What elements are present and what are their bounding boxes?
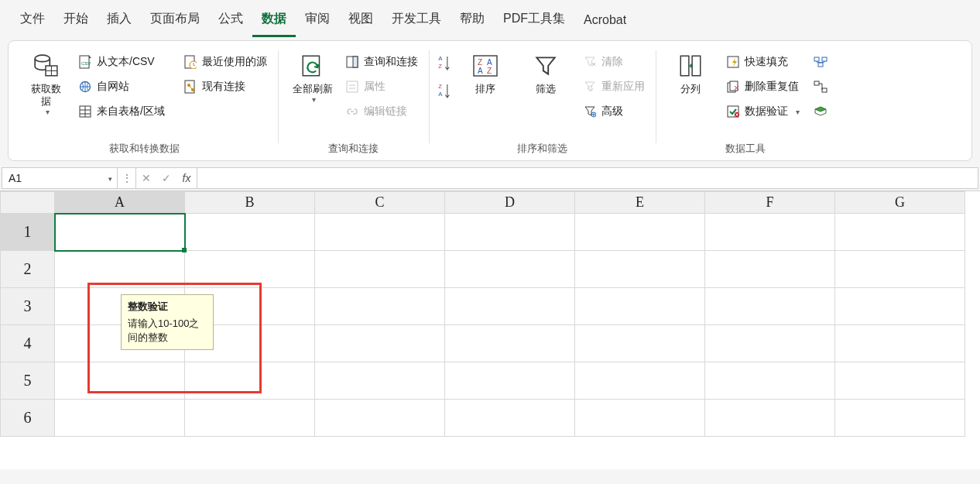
insert-function-button[interactable]: fx [176,172,197,184]
from-table-range-button[interactable]: 来自表格/区域 [74,101,170,122]
cell-E3[interactable] [575,288,705,325]
sort-asc-button[interactable]: AZ [436,55,453,72]
cell-B1[interactable] [185,214,315,251]
refresh-all-button[interactable]: 全部刷新 [285,49,341,104]
existing-connections-button[interactable]: 现有连接 [179,77,272,97]
tab-formulas[interactable]: 公式 [209,5,252,37]
cell-B5[interactable] [185,362,315,400]
consolidate-button[interactable] [812,52,829,72]
cell-D2[interactable] [445,251,575,288]
formula-input[interactable] [197,167,978,189]
svg-text:A: A [438,55,443,62]
sort-button[interactable]: ZAAZ 排序 [457,49,513,95]
tab-review[interactable]: 审阅 [296,5,339,37]
tab-developer[interactable]: 开发工具 [382,5,451,37]
row-header-3[interactable]: 3 [1,288,55,325]
flash-fill-button[interactable]: 快速填充 [721,52,804,72]
filter-button[interactable]: 筛选 [518,49,574,95]
queries-connections-button[interactable]: 查询和连接 [341,52,423,72]
col-header-D[interactable]: D [445,192,575,214]
table-icon [78,105,92,118]
fill-handle[interactable] [182,248,187,252]
cell-C5[interactable] [315,362,445,400]
row-header-1[interactable]: 1 [1,214,55,251]
col-header-G[interactable]: G [835,192,965,214]
cell-G2[interactable] [835,251,965,288]
cell-D4[interactable] [445,325,575,362]
advanced-filter-button[interactable]: 高级 [578,101,649,122]
cell-B6[interactable] [185,400,315,437]
cell-B2[interactable] [185,251,315,288]
svg-rect-39 [730,81,738,91]
remove-duplicates-button[interactable]: 删除重复值 [721,77,804,97]
tab-insert[interactable]: 插入 [98,5,141,37]
svg-text:A: A [478,67,483,75]
svg-rect-36 [692,56,701,76]
properties-icon [345,80,359,94]
cell-F5[interactable] [705,362,835,400]
tab-acrobat[interactable]: Acrobat [574,7,636,37]
cell-C3[interactable] [315,288,445,325]
col-header-F[interactable]: F [705,192,835,214]
cell-G5[interactable] [835,362,965,400]
tab-home[interactable]: 开始 [54,5,98,37]
svg-rect-35 [680,56,689,76]
sort-desc-button[interactable]: ZA [436,83,453,100]
cell-G6[interactable] [835,400,965,437]
data-validation-button[interactable]: 数据验证 [721,101,804,122]
relationships-button[interactable] [812,77,829,97]
cell-G4[interactable] [835,325,965,362]
cell-F2[interactable] [705,251,835,288]
cell-E5[interactable] [575,362,705,400]
col-header-C[interactable]: C [315,192,445,214]
manage-data-model-button[interactable] [812,101,829,122]
name-box[interactable]: A1 [2,167,118,189]
col-header-B[interactable]: B [185,192,315,214]
tab-data[interactable]: 数据 [252,5,296,37]
cell-D1[interactable] [445,214,575,251]
cell-F4[interactable] [705,325,835,362]
cell-A6[interactable] [55,400,185,437]
row-header-5[interactable]: 5 [1,362,55,400]
col-header-A[interactable]: A [55,192,185,214]
cell-E6[interactable] [575,400,705,437]
flash-fill-icon [726,55,740,69]
row-header-6[interactable]: 6 [1,400,55,437]
cell-A5[interactable] [55,362,185,400]
cell-C4[interactable] [315,325,445,362]
name-box-dropdown-icon[interactable] [107,174,112,183]
consolidate-icon [814,55,828,69]
cell-E2[interactable] [575,251,705,288]
cell-D6[interactable] [445,400,575,437]
tab-help[interactable]: 帮助 [451,5,494,37]
cell-F1[interactable] [705,214,835,251]
cell-A2[interactable] [55,251,185,288]
cell-F3[interactable] [705,288,835,325]
cell-C1[interactable] [315,214,445,251]
tab-view[interactable]: 视图 [339,5,382,37]
recent-sources-button[interactable]: 最近使用的源 [179,52,272,72]
tab-file[interactable]: 文件 [11,5,54,37]
get-data-button[interactable]: 获取数 据 [18,49,74,116]
text-to-columns-button[interactable]: 分列 [663,49,718,95]
connection-icon [183,80,197,94]
cell-F6[interactable] [705,400,835,437]
cell-E4[interactable] [575,325,705,362]
cell-A1[interactable] [55,214,185,251]
from-text-csv-button[interactable]: CSV 从文本/CSV [74,52,170,72]
row-header-2[interactable]: 2 [1,251,55,288]
row-header-4[interactable]: 4 [1,325,55,362]
cell-E1[interactable] [575,214,705,251]
cell-C2[interactable] [315,251,445,288]
cell-D5[interactable] [445,362,575,400]
cell-D3[interactable] [445,288,575,325]
cell-G3[interactable] [835,288,965,325]
tab-page-layout[interactable]: 页面布局 [141,5,209,37]
tab-pdf-tools[interactable]: PDF工具集 [494,5,574,37]
cell-C6[interactable] [315,400,445,437]
from-web-button[interactable]: 自网站 [74,77,170,97]
data-model-icon [814,105,828,118]
cell-G1[interactable] [835,214,965,251]
select-all-corner[interactable] [1,192,55,214]
col-header-E[interactable]: E [575,192,705,214]
